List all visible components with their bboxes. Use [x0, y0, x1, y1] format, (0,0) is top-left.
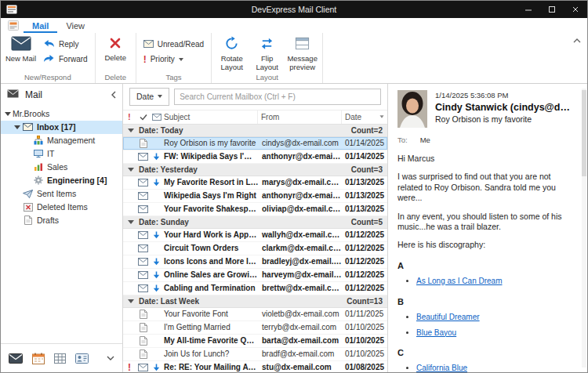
mail-row[interactable]: Circuit Town Ordersclarkm@dx-email.com01… [123, 242, 387, 255]
mail-subject: Cabling and Termination [162, 284, 259, 292]
expander-icon[interactable] [3, 112, 13, 116]
mail-group-row[interactable]: Date: TodayCount=2 [123, 125, 387, 137]
message-header: 1/14/2025 5:36:08 PM Cindy Stanwick (cin… [397, 90, 575, 128]
mail-row[interactable]: Your Hard Work is Appreciatedwallyh@dx-e… [123, 229, 387, 242]
group-expand-icon[interactable] [128, 299, 134, 303]
tab-mail[interactable]: Mail [24, 18, 57, 33]
folder-label: Sales [47, 162, 67, 172]
tab-view[interactable]: View [57, 18, 93, 33]
mail-from: clarkm@dx-email.com [259, 244, 342, 252]
mail-from: anthonyr@dx-email.com [259, 152, 342, 161]
folder-label: Inbox [17] [37, 122, 76, 132]
engineering-icon [32, 176, 44, 185]
folder-item-it[interactable]: IT [1, 147, 122, 161]
discography-letter: A [397, 260, 575, 271]
mail-subject: FW: Wikipedia Says I'm Right [162, 152, 259, 161]
mail-list-pane: Date ! Subject From Date Date: TodayCoun… [123, 84, 388, 372]
scrollbar-thumb[interactable] [582, 90, 586, 176]
mail-row[interactable]: Wikipedia Says I'm Rightanthonyr@dx-emai… [123, 190, 387, 203]
ribbon-tab-row: Mail View [1, 18, 587, 33]
priority-button[interactable]: ! Priority [139, 52, 209, 67]
mail-from: barta@dx-email.com [259, 336, 342, 345]
main-area: Mail Mr.BrooksInbox [17]ManagementITSale… [1, 84, 587, 372]
message-preview-button[interactable]: Message preview [285, 34, 320, 72]
folder-item-engineering[interactable]: Engineering [4] [1, 174, 122, 187]
expander-icon[interactable] [13, 125, 22, 129]
mail-row[interactable]: Online Sales are Growingharveym@dx-email… [123, 269, 387, 282]
arrow-down-icon [151, 271, 162, 279]
folder-item-management[interactable]: Management [1, 134, 122, 147]
folder-item-inbox[interactable]: Inbox [17] [1, 121, 122, 134]
application-menu-button[interactable] [3, 18, 24, 33]
arrow-down-icon [151, 231, 162, 239]
song-list-item: California Blue [416, 364, 575, 372]
mail-row[interactable]: Cabling and Terminationbrettw@dx-email.c… [123, 282, 387, 295]
calendar-module-button[interactable] [32, 353, 45, 364]
column-header-row[interactable]: ! Subject From Date [123, 110, 387, 125]
it-icon [32, 149, 44, 158]
group-expand-icon[interactable] [128, 168, 134, 172]
folder-item-deleted[interactable]: Deleted Items [1, 201, 122, 214]
mail-row[interactable]: Icons Icons and More Iconsbradleyj@dx-em… [123, 255, 387, 269]
song-link[interactable]: California Blue [416, 364, 467, 372]
from-column-header[interactable]: From [257, 110, 341, 124]
discography-sections: AAs Long as I Can DreamBBeautiful Dreame… [397, 260, 575, 372]
mail-row[interactable]: Join Us for Lunch?bradf@dx-email.com01/1… [123, 348, 387, 361]
mail-date: 01/12/2025 [342, 230, 387, 239]
song-link[interactable]: As Long as I Can Dream [416, 277, 503, 285]
mail-group-row[interactable]: Date: YesterdayCount=3 [123, 164, 387, 176]
priority-icon: ! [143, 54, 147, 65]
folder-label: Drafts [37, 215, 59, 225]
mail-row[interactable]: Roy Orbison is my favoritecindys@dx-emai… [123, 137, 387, 150]
more-modules-button[interactable] [107, 356, 114, 360]
search-input[interactable] [174, 89, 381, 105]
contacts-module-button[interactable] [75, 353, 89, 364]
reading-scrollbar[interactable] [582, 89, 586, 368]
folder-item-sales[interactable]: Sales [1, 161, 122, 174]
group-expand-icon[interactable] [128, 129, 134, 132]
mail-group-row[interactable]: Date: Last WeekCount=13 [123, 295, 387, 308]
mail-row[interactable]: My All-time Favorite Quotebarta@dx-email… [123, 335, 387, 348]
rotate-layout-button[interactable]: Rotate Layout [214, 34, 249, 72]
new-mail-button[interactable]: New Mail [3, 34, 38, 71]
mail-row[interactable]: FW: Wikipedia Says I'm Rightanthonyr@dx-… [123, 150, 387, 164]
collapse-ribbon-button[interactable] [571, 35, 583, 46]
mail-date: 01/13/2025 [342, 205, 387, 213]
subject-column-header[interactable]: Subject [162, 113, 257, 121]
column-filter-icon[interactable] [379, 116, 383, 118]
group-expand-icon[interactable] [128, 220, 134, 224]
date-filter-button[interactable]: Date [129, 88, 169, 106]
message-preview-icon [295, 36, 310, 53]
mail-row[interactable]: Your Favorite Fontvioletb@dx-email.com01… [123, 308, 387, 321]
mail-row[interactable]: Your Favorite Shakespeare Playoliviap@dx… [123, 203, 387, 216]
grid-module-button[interactable] [54, 353, 66, 364]
reply-button[interactable]: Reply [38, 37, 93, 52]
mail-row[interactable]: I'm Getting Marriedterryb@dx-email.com01… [123, 321, 387, 335]
arrow-down-icon [151, 284, 162, 292]
folder-item-drafts[interactable]: Drafts [1, 214, 122, 227]
mail-date: 01/12/2025 [342, 270, 387, 279]
folder-item-sent[interactable]: Sent Items [1, 187, 122, 201]
mail-group-row[interactable]: Date: SundayCount=5 [123, 216, 387, 229]
unread-read-button[interactable]: Unread/Read [139, 37, 209, 52]
sender-avatar [397, 90, 427, 128]
folder-item-account[interactable]: Mr.Brooks [1, 107, 122, 121]
flip-layout-button[interactable]: Flip Layout [249, 34, 285, 72]
mail-module-button[interactable] [9, 353, 23, 364]
minimize-button[interactable] [517, 1, 540, 18]
delete-button[interactable]: Delete [98, 34, 133, 71]
date-column-header[interactable]: Date [341, 110, 387, 124]
collapse-sidebar-button[interactable] [111, 91, 116, 99]
close-button[interactable] [564, 1, 587, 18]
folder-label: Mr.Brooks [13, 109, 49, 118]
maximize-button[interactable] [540, 1, 564, 18]
attachment-column-icon [151, 114, 162, 121]
envelope-icon [136, 205, 151, 213]
song-link[interactable]: Blue Bayou [416, 328, 456, 337]
song-link[interactable]: Beautiful Dreamer [416, 313, 480, 321]
mail-row[interactable]: My Favorite Resort in Las Vegasmarys@dx-… [123, 176, 387, 190]
mail-from: stu@dx-email.com [259, 363, 342, 371]
mail-row[interactable]: !Re: RE: Your Mailing Addressstu@dx-emai… [123, 361, 387, 372]
envelope-icon [136, 153, 151, 161]
forward-button[interactable]: Forward [38, 52, 93, 67]
